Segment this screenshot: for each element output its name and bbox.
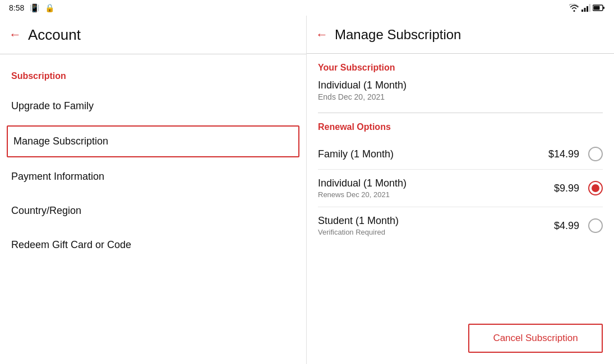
renewal-individual-radio[interactable] bbox=[588, 181, 603, 195]
vibrate-icon: 📳 bbox=[30, 3, 39, 12]
renewal-student-price: $4.99 bbox=[546, 220, 579, 232]
left-panel: ← Account Subscription Upgrade to Family… bbox=[0, 16, 307, 364]
left-back-arrow[interactable]: ← bbox=[9, 29, 21, 41]
left-nav: Subscription Upgrade to Family Manage Su… bbox=[0, 54, 306, 271]
section-divider-1 bbox=[318, 113, 603, 113]
renewal-individual-subtext: Renews Dec 20, 2021 bbox=[318, 190, 546, 199]
lock-icon: 🔒 bbox=[45, 3, 54, 12]
wifi-icon bbox=[569, 4, 579, 12]
signal-icon bbox=[581, 4, 590, 12]
your-subscription-label: Your Subscription bbox=[318, 63, 603, 73]
top-row: 8:58 📳 🔒 bbox=[0, 0, 614, 16]
renewal-family-radio[interactable] bbox=[588, 147, 603, 161]
sidebar-item-redeem[interactable]: Redeem Gift Card or Code bbox=[0, 228, 306, 262]
renewal-individual-name: Individual (1 Month) bbox=[318, 178, 546, 189]
renewal-options-list: Family (1 Month) $14.99 Individual (1 Mo… bbox=[318, 139, 603, 244]
left-panel-title: Account bbox=[28, 26, 81, 44]
svg-rect-0 bbox=[581, 10, 583, 12]
cancel-area: Cancel Subscription bbox=[307, 312, 614, 364]
left-header: ← Account bbox=[0, 16, 306, 54]
renewal-family-price: $14.99 bbox=[546, 148, 579, 160]
renewal-item-individual[interactable]: Individual (1 Month) Renews Dec 20, 2021… bbox=[318, 170, 603, 207]
renewal-family-name: Family (1 Month) bbox=[318, 148, 546, 160]
svg-rect-5 bbox=[603, 7, 605, 9]
renewal-item-family[interactable]: Family (1 Month) $14.99 bbox=[318, 139, 603, 170]
panels: ← Account Subscription Upgrade to Family… bbox=[0, 16, 614, 364]
svg-rect-6 bbox=[594, 6, 600, 10]
right-status-area bbox=[307, 0, 614, 16]
renewal-student-radio[interactable] bbox=[588, 218, 603, 233]
right-header: ← Manage Subscription bbox=[307, 16, 614, 54]
renewal-individual-price: $9.99 bbox=[546, 183, 579, 194]
sidebar-item-payment[interactable]: Payment Information bbox=[0, 160, 306, 194]
sidebar-item-country[interactable]: Country/Region bbox=[0, 194, 306, 228]
renewal-student-subtext: Verification Required bbox=[318, 228, 546, 236]
svg-rect-3 bbox=[589, 4, 591, 12]
svg-rect-2 bbox=[587, 6, 588, 12]
right-content: Your Subscription Individual (1 Month) E… bbox=[307, 54, 614, 312]
current-plan-date: Ends Dec 20, 2021 bbox=[318, 92, 603, 101]
right-panel-title: Manage Subscription bbox=[335, 27, 461, 43]
svg-rect-1 bbox=[584, 8, 586, 12]
sidebar-item-manage[interactable]: Manage Subscription bbox=[7, 125, 299, 157]
status-bar: 8:58 📳 🔒 bbox=[0, 0, 307, 16]
radio-dot bbox=[592, 184, 599, 192]
renewal-item-student[interactable]: Student (1 Month) Verification Required … bbox=[318, 207, 603, 244]
sidebar-item-upgrade[interactable]: Upgrade to Family bbox=[0, 89, 306, 123]
renewal-options-label: Renewal Options bbox=[318, 122, 603, 132]
current-subscription: Individual (1 Month) Ends Dec 20, 2021 bbox=[318, 80, 603, 101]
current-plan-name: Individual (1 Month) bbox=[318, 80, 603, 91]
renewal-student-name: Student (1 Month) bbox=[318, 215, 546, 227]
nav-section-subscription: Subscription bbox=[0, 63, 306, 89]
right-panel: ← Manage Subscription Your Subscription … bbox=[307, 16, 614, 364]
right-back-arrow[interactable]: ← bbox=[316, 29, 328, 41]
battery-icon bbox=[593, 4, 605, 11]
status-time: 8:58 bbox=[9, 3, 24, 12]
cancel-subscription-button[interactable]: Cancel Subscription bbox=[468, 324, 603, 353]
